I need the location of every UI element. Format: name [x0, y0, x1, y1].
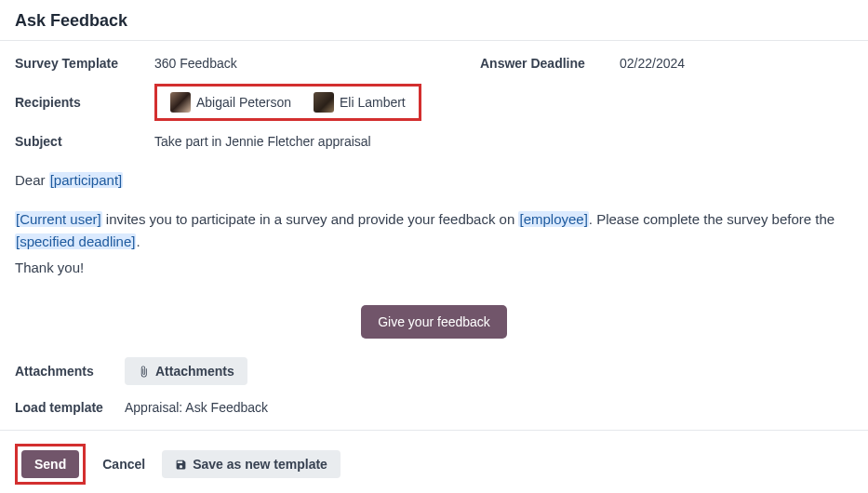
give-feedback-button[interactable]: Give your feedback [361, 305, 507, 339]
recipient-name: Eli Lambert [340, 95, 406, 110]
body-text: . [136, 233, 140, 249]
dialog-header: Ask Feedback [0, 0, 868, 41]
send-button[interactable]: Send [21, 450, 79, 478]
save-as-template-button[interactable]: Save as new template [162, 450, 341, 478]
recipient-name: Abigail Peterson [196, 95, 291, 110]
recipients-highlight-box: Abigail Peterson Eli Lambert [154, 84, 421, 121]
greeting-text: Dear [15, 172, 49, 188]
survey-template-value[interactable]: 360 Feedback [154, 56, 237, 71]
placeholder-participant: [participant] [49, 172, 124, 188]
attachments-label: Attachments [15, 364, 125, 379]
subject-value[interactable]: Take part in Jennie Fletcher appraisal [154, 134, 371, 149]
attachments-section: Attachments Attachments Load template Ap… [0, 357, 868, 415]
form-area: Survey Template 360 Feedback Answer Dead… [0, 41, 868, 169]
load-template-value[interactable]: Appraisal: Ask Feedback [125, 400, 268, 415]
answer-deadline-value[interactable]: 02/22/2024 [620, 56, 685, 71]
save-icon [175, 459, 187, 471]
placeholder-deadline: [specified deadline] [15, 233, 136, 249]
placeholder-employee: [employee] [518, 211, 588, 227]
thankyou-text: Thank you! [15, 257, 853, 279]
attachments-button-label: Attachments [155, 364, 234, 379]
save-as-template-label: Save as new template [193, 457, 327, 472]
dialog-title: Ask Feedback [15, 11, 853, 31]
recipient-chip[interactable]: Eli Lambert [314, 92, 406, 113]
avatar-icon [314, 92, 334, 113]
message-body[interactable]: Dear [participant] [Current user] invite… [0, 169, 868, 339]
load-template-label: Load template [15, 400, 125, 415]
recipient-chip[interactable]: Abigail Peterson [170, 92, 291, 113]
body-text: invites you to participate in a survey a… [102, 211, 519, 227]
placeholder-current-user: [Current user] [15, 211, 102, 227]
subject-label: Subject [15, 134, 154, 149]
survey-template-label: Survey Template [15, 56, 154, 71]
cancel-button[interactable]: Cancel [95, 450, 153, 478]
avatar-icon [170, 92, 191, 113]
paperclip-icon [138, 366, 150, 378]
body-text: . Please complete the survey before the [589, 211, 835, 227]
send-highlight-box: Send [15, 444, 86, 485]
attachments-button[interactable]: Attachments [125, 357, 247, 385]
dialog-footer: Send Cancel Save as new template [0, 430, 868, 493]
recipients-label: Recipients [15, 95, 154, 110]
answer-deadline-label: Answer Deadline [480, 56, 620, 71]
